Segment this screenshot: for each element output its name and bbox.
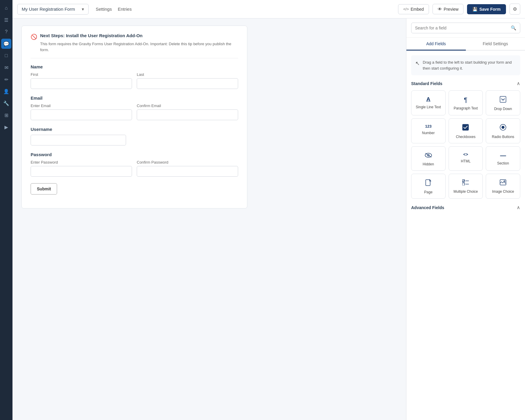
svg-rect-0: [500, 96, 506, 102]
entries-nav-link[interactable]: Entries: [118, 5, 132, 13]
standard-fields-header: Standard Fields ∧: [411, 81, 520, 86]
form-title-select[interactable]: My User Registration Form ▾: [17, 4, 89, 15]
preview-button[interactable]: 👁 Preview: [433, 4, 464, 14]
password-field-row: Enter Password Confirm Password: [31, 160, 238, 177]
embed-button[interactable]: </> Embed: [398, 4, 429, 14]
tab-add-fields[interactable]: Add Fields: [406, 38, 466, 51]
field-card-radio-buttons[interactable]: Radio Buttons: [486, 118, 520, 143]
sidebar-pages-icon[interactable]: □: [1, 51, 11, 61]
checkboxes-label: Checkboxes: [456, 135, 475, 139]
username-label: Username: [31, 127, 238, 132]
paragraph-icon: ¶: [464, 96, 468, 104]
panel-tabs: Add Fields Field Settings: [406, 38, 525, 51]
field-card-number[interactable]: 123 Number: [411, 118, 446, 143]
html-icon: <>: [463, 152, 468, 157]
tip-icon: 🚫: [31, 34, 37, 40]
header: My User Registration Form ▾ Settings Ent…: [12, 0, 525, 18]
multiple-choice-label: Multiple Choice: [453, 189, 478, 194]
confirm-password-input[interactable]: [137, 166, 238, 177]
field-card-page[interactable]: Page: [411, 174, 446, 199]
tip-content: Next Steps: Install the User Registratio…: [40, 33, 238, 53]
save-form-button[interactable]: 💾 Save Form: [467, 4, 506, 14]
drag-hint-text: Drag a field to the left to start buildi…: [423, 59, 516, 71]
multiple-choice-icon: [462, 179, 469, 187]
image-choice-icon: [500, 179, 506, 187]
sidebar-play-icon[interactable]: ▶: [1, 122, 11, 132]
field-card-image-choice[interactable]: Image Choice: [486, 174, 520, 199]
first-name-input[interactable]: [31, 78, 132, 89]
sidebar-feedback-icon[interactable]: ✉: [1, 62, 11, 73]
field-card-single-line-text[interactable]: A Single Line Text: [411, 90, 446, 115]
username-field-row: [31, 135, 238, 145]
field-card-html[interactable]: <> HTML: [449, 146, 483, 171]
single-line-text-label: Single Line Text: [416, 105, 441, 109]
sidebar-conversational-icon[interactable]: 💬: [1, 39, 11, 49]
confirm-password-sub-label: Confirm Password: [137, 160, 238, 164]
field-card-paragraph-text[interactable]: ¶ Paragraph Text: [449, 90, 483, 115]
field-card-section[interactable]: — Section: [486, 146, 520, 171]
number-icon: 123: [425, 124, 432, 128]
password-field-group: Password Enter Password Confirm Password: [31, 152, 238, 177]
page-icon: [425, 179, 431, 188]
advanced-fields-collapse-icon[interactable]: ∧: [517, 205, 520, 210]
field-card-dropdown[interactable]: Drop Down: [486, 90, 520, 115]
paragraph-text-label: Paragraph Text: [454, 106, 478, 110]
first-name-col: First: [31, 72, 132, 89]
sidebar-forms-icon[interactable]: ☰: [1, 15, 11, 25]
preview-eye-icon: 👁: [438, 7, 442, 12]
html-label: HTML: [461, 159, 471, 163]
last-name-input[interactable]: [137, 78, 238, 89]
last-name-col: Last: [137, 72, 238, 89]
sidebar-tools-icon[interactable]: 🔧: [1, 98, 11, 108]
radio-buttons-label: Radio Buttons: [492, 135, 514, 139]
username-input[interactable]: [31, 135, 126, 145]
field-card-checkboxes[interactable]: Checkboxes: [449, 118, 483, 143]
advanced-fields-section: Advanced Fields ∧: [411, 205, 520, 210]
dropdown-label: Drop Down: [494, 107, 512, 111]
standard-fields-collapse-icon[interactable]: ∧: [517, 81, 520, 86]
panel-body: ↖ Drag a field to the left to start buil…: [406, 51, 525, 420]
email-field-row: Enter Email Confirm Email: [31, 104, 238, 120]
field-card-hidden[interactable]: Hidden: [411, 146, 446, 171]
username-field-group: Username: [31, 127, 238, 145]
section-label: Section: [497, 161, 509, 165]
email-field-group: Email Enter Email Confirm Email: [31, 95, 238, 120]
sidebar-pencil-icon[interactable]: ✏: [1, 74, 11, 84]
header-settings-button[interactable]: ⚙: [510, 4, 520, 15]
svg-point-3: [502, 126, 504, 129]
username-col: [31, 135, 126, 145]
embed-button-label: Embed: [411, 7, 424, 12]
enter-email-sub-label: Enter Email: [31, 104, 132, 108]
form-title-chevron: ▾: [82, 7, 84, 12]
name-field-row: First Last: [31, 72, 238, 89]
submit-button[interactable]: Submit: [31, 183, 57, 195]
settings-nav-link[interactable]: Settings: [96, 5, 112, 13]
standard-fields-title: Standard Fields: [411, 81, 442, 86]
checkboxes-icon: [462, 124, 469, 132]
confirm-email-sub-label: Confirm Email: [137, 104, 238, 108]
sidebar-home-icon[interactable]: ⌂: [1, 3, 11, 13]
header-nav: Settings Entries: [96, 5, 132, 13]
left-sidebar: ⌂ ☰ ? 💬 □ ✉ ✏ 👤 🔧 ⊞ ▶: [0, 0, 12, 420]
right-panel: 🔍 Add Fields Field Settings ↖ Drag a fie…: [406, 18, 525, 420]
page-label: Page: [424, 190, 433, 194]
confirm-email-input[interactable]: [137, 109, 238, 120]
confirm-email-col: Confirm Email: [137, 104, 238, 120]
sidebar-puzzle-icon[interactable]: ⊞: [1, 110, 11, 120]
search-input[interactable]: [415, 26, 508, 30]
sidebar-quiz-icon[interactable]: ?: [1, 27, 11, 37]
section-icon: —: [500, 152, 506, 159]
enter-email-input[interactable]: [31, 109, 132, 120]
tab-field-settings[interactable]: Field Settings: [466, 38, 525, 51]
field-card-multiple-choice[interactable]: Multiple Choice: [449, 174, 483, 199]
enter-password-col: Enter Password: [31, 160, 132, 177]
save-disk-icon: 💾: [472, 7, 477, 12]
search-icon: 🔍: [511, 25, 516, 31]
sidebar-user-icon[interactable]: 👤: [1, 86, 11, 96]
embed-code-icon: </>: [403, 7, 409, 11]
radio-buttons-icon: [500, 124, 506, 132]
enter-password-input[interactable]: [31, 166, 132, 177]
dropdown-icon: [500, 96, 506, 104]
advanced-fields-title: Advanced Fields: [411, 205, 444, 210]
number-label: Number: [422, 131, 435, 135]
